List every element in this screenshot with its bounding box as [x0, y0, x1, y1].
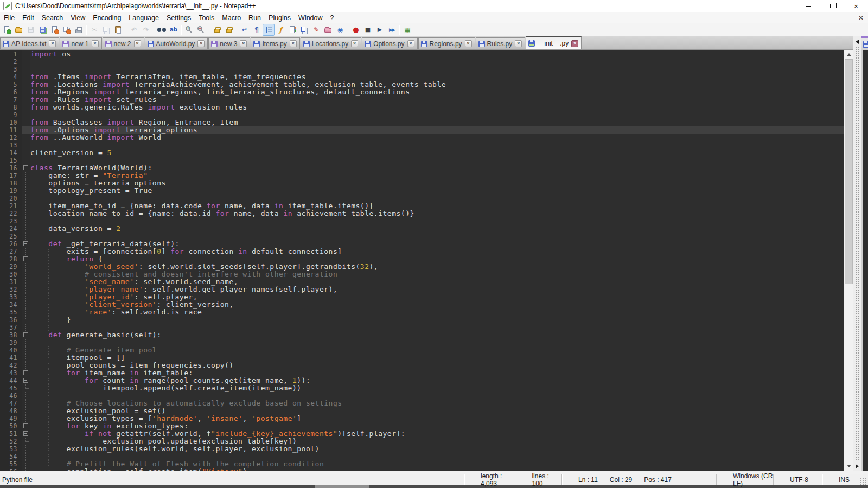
code-line[interactable]: 11from .Options import terraria_options	[0, 126, 844, 134]
fold-collapse-icon[interactable]: −	[23, 165, 28, 170]
menu-item-edit[interactable]: Edit	[18, 13, 38, 23]
edit-macro-button[interactable]: ✎	[310, 24, 322, 36]
paste-button[interactable]	[112, 24, 124, 36]
tab-new-3[interactable]: new 3✕	[208, 37, 250, 49]
document-list-button[interactable]	[298, 24, 310, 36]
code-line[interactable]: 48 exclusion_pool = set()	[0, 407, 844, 415]
tab-close-icon[interactable]: ✕	[240, 40, 247, 47]
menu-item-settings[interactable]: Settings	[163, 13, 195, 23]
fold-collapse-icon[interactable]: −	[23, 256, 28, 261]
code-line[interactable]: 16−class TerrariaWorld(World):	[0, 164, 844, 172]
vertical-scrollbar[interactable]	[844, 50, 853, 471]
code-line[interactable]: 15	[0, 157, 844, 164]
code-line[interactable]: 24 data_version = 2	[0, 225, 844, 233]
tab-close-icon[interactable]: ✕	[290, 40, 297, 47]
tab-items-py[interactable]: Items.py✕	[251, 37, 299, 49]
code-line[interactable]: 10from BaseClasses import Region, Entran…	[0, 119, 844, 126]
menu-item-encoding[interactable]: Encoding	[89, 13, 125, 23]
menu-item-file[interactable]: File	[0, 13, 18, 23]
menu-item-window[interactable]: Window	[295, 13, 326, 23]
fold-collapse-icon[interactable]: −	[23, 423, 28, 428]
code-line[interactable]: 55 # Prefill the Wall of Flesh with the …	[0, 460, 844, 468]
code-line[interactable]: 32 'player_name': self.world.get_player_…	[0, 286, 844, 293]
tab-close-icon[interactable]: ✕	[407, 40, 414, 47]
menu-item-plugins[interactable]: Plugins	[265, 13, 295, 23]
menu-item-macro[interactable]: Macro	[218, 13, 245, 23]
code-line[interactable]: 31 'seed_name': self.world.seed_name,	[0, 278, 844, 286]
minimize-button[interactable]	[796, 0, 820, 12]
status-encoding[interactable]: UTF-8	[773, 474, 822, 485]
function-list-button[interactable]: ƒ	[275, 24, 286, 36]
code-line[interactable]: 28− return {	[0, 255, 844, 263]
code-line[interactable]: 3	[0, 66, 844, 73]
code-line[interactable]: 34 'client_version': client_version,	[0, 301, 844, 309]
status-eol[interactable]: Windows (CR LF)	[716, 474, 773, 485]
tab-close-icon[interactable]: ✕	[197, 40, 205, 47]
zoom-in-button[interactable]: +	[183, 24, 195, 36]
code-line[interactable]: 17 game: str = "Terraria"	[0, 172, 844, 179]
code-line[interactable]: 42 pool_counts = item_frequencies.copy()	[0, 362, 844, 369]
fold-collapse-icon[interactable]: −	[23, 332, 28, 337]
code-line[interactable]: 35 'race': self.world.is_race	[0, 309, 844, 316]
tab-new-1[interactable]: new 1✕	[60, 37, 101, 49]
tab-close-icon[interactable]: ✕	[465, 40, 472, 47]
tab-locations-py[interactable]: Locations.py✕	[301, 37, 361, 49]
tab-close-icon[interactable]: ✕	[134, 40, 141, 47]
code-line[interactable]: 29 'world_seed': self.world.slot_seeds[s…	[0, 263, 844, 271]
word-wrap-button[interactable]: ↵	[239, 24, 251, 36]
code-line[interactable]: 39	[0, 339, 844, 346]
stop-recording-button[interactable]: ■	[362, 24, 374, 36]
scroll-down-icon[interactable]	[844, 461, 853, 471]
menu-item-run[interactable]: Run	[245, 13, 265, 23]
copy-button[interactable]	[100, 24, 112, 36]
save-all-button[interactable]	[37, 24, 49, 36]
tab-regions-py[interactable]: Regions.py✕	[418, 37, 475, 49]
menu-item-search[interactable]: Search	[38, 13, 67, 23]
code-line[interactable]: 12from ..AutoWorld import World	[0, 134, 844, 142]
tab-options-py[interactable]: Options.py✕	[362, 37, 417, 49]
run-macro-multiple-button[interactable]: ▶▶	[386, 24, 398, 36]
code-line[interactable]: 45 itempool.append(self.create_item(item…	[0, 384, 844, 392]
code-line[interactable]: 38− def generate_basic(self):	[0, 331, 844, 339]
tab-ap-ideas-txt[interactable]: AP Ideas.txt✕	[0, 37, 59, 49]
tab-autoworld-py[interactable]: AutoWorld.py✕	[145, 37, 208, 49]
close-button[interactable]: ×	[844, 0, 868, 12]
record-macro-button[interactable]: ●	[350, 24, 362, 36]
resize-grip[interactable]	[860, 477, 867, 485]
code-line[interactable]: 19 topology_present = True	[0, 187, 844, 195]
undo-button[interactable]: ↶	[128, 24, 140, 36]
code-line[interactable]: 51− if not getattr(self.world, f"include…	[0, 430, 844, 438]
second-view-tab[interactable]	[861, 36, 868, 50]
fold-collapse-icon[interactable]: −	[23, 431, 28, 436]
tab-new-2[interactable]: new 2✕	[103, 37, 144, 49]
code-line[interactable]: 27 exits = [connection[0] for connection…	[0, 248, 844, 255]
restore-button[interactable]	[820, 0, 844, 12]
code-line[interactable]: 14client_version = 5	[0, 149, 844, 157]
code-line[interactable]: 9	[0, 111, 844, 119]
code-line[interactable]: 56 completion = self.create_item("Victor…	[0, 468, 844, 471]
code-line[interactable]: 40 # Generate item pool	[0, 346, 844, 354]
second-view-editor[interactable]	[861, 50, 868, 471]
menu-item-[interactable]: ?	[327, 13, 338, 23]
tab-close-icon[interactable]: ✕	[515, 40, 522, 47]
document-map-button[interactable]	[286, 24, 298, 36]
code-line[interactable]: 33 'player_id': self.player,	[0, 293, 844, 301]
open-file-button[interactable]	[13, 24, 25, 36]
status-insert-mode[interactable]: INS	[822, 474, 868, 485]
code-line[interactable]: 52 exclusion_pool.update(exclusion_table…	[0, 438, 844, 445]
code-line[interactable]: 50− for key in exclusion_types:	[0, 422, 844, 430]
code-line[interactable]: 1import os	[0, 50, 844, 58]
save-file-button[interactable]	[25, 24, 37, 36]
code-line[interactable]: 49 exclusion_types = ['hardmode', 'insan…	[0, 415, 844, 422]
tab-close-icon[interactable]: ✕	[351, 40, 358, 47]
zoom-out-button[interactable]: −	[195, 24, 207, 36]
close-file-button[interactable]	[49, 24, 61, 36]
close-document-icon[interactable]: ✕	[858, 14, 864, 22]
code-line[interactable]: 30 # consistent and doesn't interfere wi…	[0, 271, 844, 278]
new-file-button[interactable]	[1, 24, 13, 36]
code-line[interactable]: 22 location_name_to_id = {name: data.id …	[0, 210, 844, 217]
tab--init-py[interactable]: __init__.py✕	[526, 36, 582, 49]
code-line[interactable]: 13	[0, 142, 844, 149]
fold-collapse-icon[interactable]: −	[23, 370, 28, 375]
code-line[interactable]: 53 exclusion_rules(self.world, self.play…	[0, 445, 844, 453]
